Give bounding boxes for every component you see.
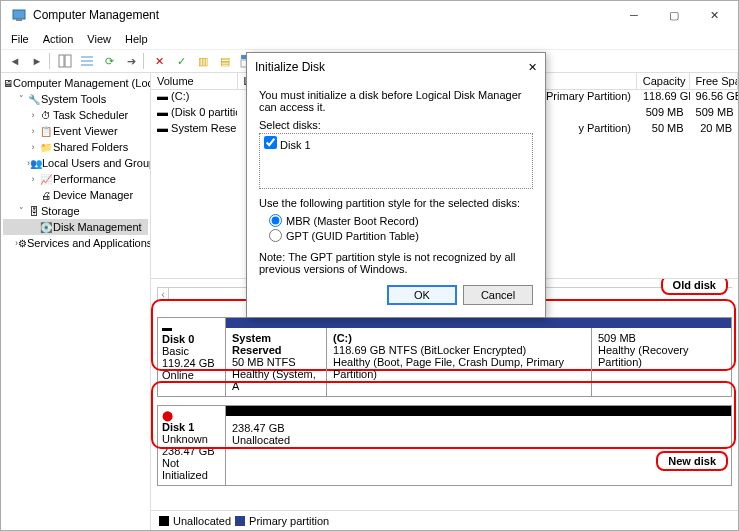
users-icon: 👥 bbox=[30, 156, 42, 170]
services-icon: ⚙ bbox=[18, 236, 27, 250]
col-capacity[interactable]: Capacity bbox=[637, 73, 690, 89]
partition-style-label: Use the following partition style for th… bbox=[259, 197, 533, 209]
tree-system-tools[interactable]: ˅🔧System Tools bbox=[3, 91, 148, 107]
list-icon[interactable] bbox=[77, 51, 97, 71]
perf-icon: 📈 bbox=[39, 172, 53, 186]
back-icon[interactable]: ◄ bbox=[5, 51, 25, 71]
col-free[interactable]: Free Spa bbox=[690, 73, 739, 89]
legend-unallocated-icon bbox=[159, 516, 169, 526]
dialog-title: Initialize Disk bbox=[255, 60, 528, 74]
collapse-icon[interactable]: ˅ bbox=[15, 206, 27, 216]
menu-action[interactable]: Action bbox=[37, 31, 80, 47]
tree-task-scheduler[interactable]: ›⏱Task Scheduler bbox=[3, 107, 148, 123]
minimize-button[interactable]: ─ bbox=[614, 1, 654, 29]
legend-primary-icon bbox=[235, 516, 245, 526]
dialog-intro: You must initialize a disk before Logica… bbox=[259, 89, 533, 113]
folder-icon: 📁 bbox=[39, 140, 53, 154]
tree-performance[interactable]: ›📈Performance bbox=[3, 171, 148, 187]
storage-icon: 🗄 bbox=[27, 204, 41, 218]
menu-help[interactable]: Help bbox=[119, 31, 154, 47]
old-disk-label: Old disk bbox=[661, 279, 728, 295]
scope-icon[interactable] bbox=[55, 51, 75, 71]
tree-shared-folders[interactable]: ›📁Shared Folders bbox=[3, 139, 148, 155]
menu-file[interactable]: File bbox=[5, 31, 35, 47]
disk-checkbox-row[interactable]: Disk 1 bbox=[264, 139, 311, 151]
expand-icon[interactable]: › bbox=[27, 110, 39, 120]
window-title: Computer Management bbox=[33, 8, 614, 22]
separator bbox=[143, 53, 147, 69]
titlebar: Computer Management ─ ▢ ✕ bbox=[1, 1, 738, 29]
check-icon[interactable]: ✓ bbox=[171, 51, 191, 71]
tree-root[interactable]: 🖥Computer Management (Local bbox=[3, 75, 148, 91]
export-icon[interactable]: ➔ bbox=[121, 51, 141, 71]
maximize-button[interactable]: ▢ bbox=[654, 1, 694, 29]
nav-tree[interactable]: 🖥Computer Management (Local ˅🔧System Too… bbox=[1, 73, 151, 530]
device-icon: 🖨 bbox=[39, 188, 53, 202]
help-icon[interactable]: ▤ bbox=[215, 51, 235, 71]
tree-local-users[interactable]: ›👥Local Users and Groups bbox=[3, 155, 148, 171]
svg-rect-3 bbox=[65, 55, 71, 67]
select-disks-label: Select disks: bbox=[259, 119, 533, 131]
ok-button[interactable]: OK bbox=[387, 285, 457, 305]
col-volume[interactable]: Volume bbox=[151, 73, 238, 89]
delete-icon[interactable]: ✕ bbox=[149, 51, 169, 71]
tree-device-manager[interactable]: 🖨Device Manager bbox=[3, 187, 148, 203]
tree-services[interactable]: ›⚙Services and Applications bbox=[3, 235, 148, 251]
event-icon: 📋 bbox=[39, 124, 53, 138]
refresh-icon[interactable]: ⟳ bbox=[99, 51, 119, 71]
computer-icon: 🖥 bbox=[3, 76, 13, 90]
legend-unallocated: Unallocated bbox=[173, 515, 231, 527]
tree-event-viewer[interactable]: ›📋Event Viewer bbox=[3, 123, 148, 139]
properties-icon[interactable]: ▥ bbox=[193, 51, 213, 71]
expand-icon[interactable]: › bbox=[27, 142, 39, 152]
tree-storage[interactable]: ˅🗄Storage bbox=[3, 203, 148, 219]
mbr-radio-row[interactable]: MBR (Master Boot Record) bbox=[259, 213, 533, 228]
menubar: File Action View Help bbox=[1, 29, 738, 49]
tools-icon: 🔧 bbox=[27, 92, 41, 106]
close-button[interactable]: ✕ bbox=[694, 1, 734, 29]
disk-icon: 💽 bbox=[39, 220, 53, 234]
svg-rect-1 bbox=[16, 19, 22, 21]
disk1-box[interactable]: ⬤ Disk 1 Unknown 238.47 GB Not Initializ… bbox=[157, 405, 732, 486]
mbr-radio[interactable] bbox=[269, 214, 282, 227]
disk1-checkbox[interactable] bbox=[264, 136, 277, 149]
separator bbox=[49, 53, 53, 69]
dialog-close-icon[interactable]: ✕ bbox=[528, 61, 537, 74]
partition-unallocated[interactable]: 238.47 GB Unallocated bbox=[226, 416, 731, 485]
gpt-radio[interactable] bbox=[269, 229, 282, 242]
clock-icon: ⏱ bbox=[39, 108, 53, 122]
expand-icon[interactable]: › bbox=[27, 126, 39, 136]
svg-rect-0 bbox=[13, 10, 25, 19]
legend: Unallocated Primary partition bbox=[151, 510, 738, 530]
collapse-icon[interactable]: ˅ bbox=[15, 94, 27, 104]
dialog-note: Note: The GPT partition style is not rec… bbox=[259, 251, 533, 275]
tree-disk-management[interactable]: 💽Disk Management bbox=[3, 219, 148, 235]
expand-icon[interactable]: › bbox=[27, 174, 39, 184]
initialize-disk-dialog: Initialize Disk ✕ You must initialize a … bbox=[246, 52, 546, 318]
cancel-button[interactable]: Cancel bbox=[463, 285, 533, 305]
svg-rect-2 bbox=[59, 55, 64, 67]
forward-icon[interactable]: ► bbox=[27, 51, 47, 71]
menu-view[interactable]: View bbox=[81, 31, 117, 47]
legend-primary: Primary partition bbox=[249, 515, 329, 527]
dialog-titlebar: Initialize Disk ✕ bbox=[247, 53, 545, 81]
gpt-radio-row[interactable]: GPT (GUID Partition Table) bbox=[259, 228, 533, 243]
disk-select-list[interactable]: Disk 1 bbox=[259, 133, 533, 189]
app-icon bbox=[11, 7, 27, 23]
